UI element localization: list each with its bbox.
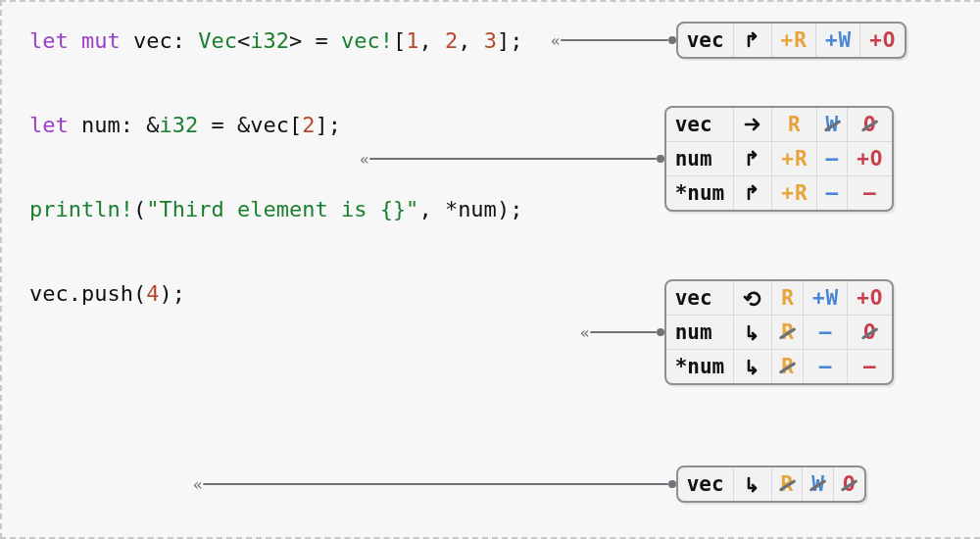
perm-write: –: [816, 176, 848, 211]
perm-write: –: [803, 350, 847, 384]
flow-arrow-icon: [733, 24, 771, 57]
ident-num: num: [81, 113, 121, 137]
leader-line: «: [193, 475, 676, 494]
perm-own: –: [848, 350, 892, 384]
flow-arrow-icon: [734, 176, 772, 211]
permissions-table: vecR+W+OnumR–O*numR––: [664, 279, 894, 385]
flow-arrow-icon: [734, 281, 772, 316]
perm-own: O: [833, 467, 863, 501]
permissions-row: vecRWO: [678, 467, 864, 501]
leader-line: «: [580, 323, 664, 342]
flow-arrow-icon: [734, 316, 772, 350]
permissions-row: vecR+W+O: [666, 281, 892, 316]
perm-read: R: [772, 350, 804, 384]
flow-arrow-icon: [733, 467, 771, 501]
perm-read: +R: [772, 176, 816, 211]
perm-write: +W: [815, 24, 859, 57]
perm-write: –: [816, 142, 848, 176]
permissions-table: vecRWO: [676, 466, 866, 503]
perm-own: +O: [860, 24, 905, 57]
perm-own: O: [848, 316, 892, 350]
ident-vec: vec: [133, 28, 172, 53]
perm-write: +W: [803, 281, 847, 316]
permissions-row: num+R–+O: [666, 142, 892, 176]
variable-name: vec: [678, 24, 733, 57]
permissions-row: numR–O: [666, 316, 892, 350]
keyword-let: let: [29, 28, 69, 53]
perm-own: +O: [848, 142, 892, 176]
flow-arrow-icon: [734, 108, 772, 142]
variable-name: num: [666, 316, 734, 350]
variable-name: vec: [678, 467, 733, 501]
flow-arrow-icon: [734, 142, 772, 176]
permissions-table: vec+R+W+O: [676, 22, 906, 59]
permissions-row: *numR––: [666, 350, 892, 384]
macro-vec: vec!: [341, 28, 393, 53]
permissions-panel-1: « vec+R+W+O: [551, 22, 906, 59]
permissions-table: vecRWOnum+R–+O*num+R––: [664, 106, 894, 212]
variable-name: num: [666, 142, 734, 176]
variable-name: *num: [666, 350, 734, 384]
flow-arrow-icon: [734, 350, 772, 384]
perm-read: +R: [772, 142, 816, 176]
perm-write: –: [803, 316, 847, 350]
leader-line: «: [551, 31, 676, 50]
variable-name: *num: [666, 176, 734, 211]
variable-name: vec: [666, 108, 734, 142]
perm-write: W: [803, 467, 834, 501]
perm-read: R: [772, 281, 804, 316]
permissions-panel-4: « vecRWO: [193, 466, 866, 503]
perm-own: +O: [848, 281, 892, 316]
perm-read: R: [771, 467, 803, 501]
permissions-row: *num+R––: [666, 176, 892, 211]
keyword-mut: mut: [81, 28, 121, 53]
permissions-row: vecRWO: [666, 108, 892, 142]
leader-quote-icon: «: [360, 150, 368, 169]
macro-println: println!: [29, 197, 133, 221]
code-permissions-diagram: let mut vec: Vec<i32> = vec![1, 2, 3]; l…: [0, 0, 980, 539]
perm-read: R: [772, 316, 804, 350]
leader-line: «: [360, 150, 664, 169]
perm-own: –: [848, 176, 892, 211]
type-vec: Vec: [198, 28, 237, 53]
perm-read: R: [772, 108, 816, 142]
leader-quote-icon: «: [551, 31, 559, 50]
leader-quote-icon: «: [193, 475, 201, 494]
leader-quote-icon: «: [580, 323, 588, 342]
variable-name: vec: [666, 281, 734, 316]
permissions-panel-2: « vecRWOnum+R–+O*num+R––: [360, 106, 894, 212]
perm-own: O: [848, 108, 892, 142]
permissions-panel-3: « vecR+W+OnumR–O*numR––: [580, 279, 894, 385]
perm-read: +R: [771, 24, 815, 57]
method-push: push: [81, 281, 133, 306]
perm-write: W: [816, 108, 848, 142]
permissions-row: vec+R+W+O: [678, 24, 905, 57]
